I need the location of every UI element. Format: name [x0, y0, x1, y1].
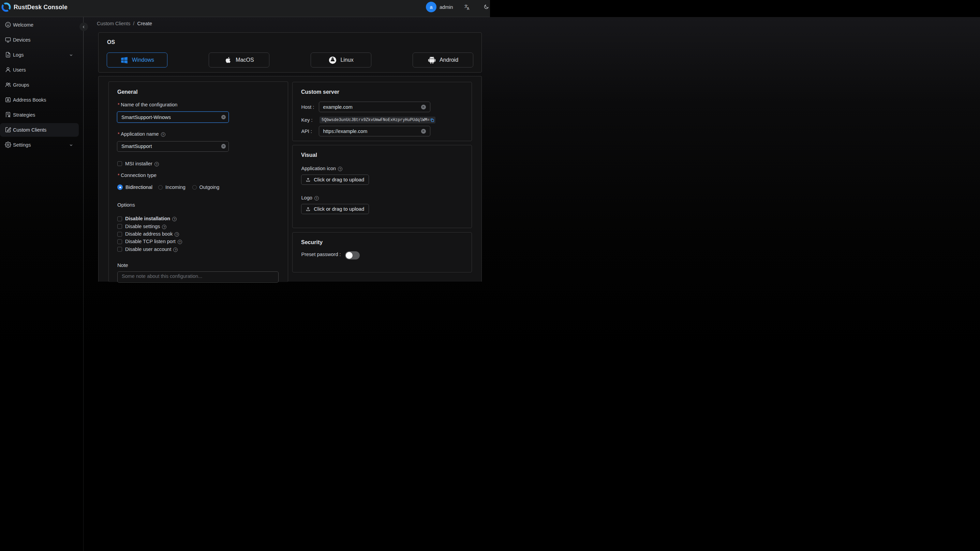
svg-text:A: A: [467, 6, 469, 10]
